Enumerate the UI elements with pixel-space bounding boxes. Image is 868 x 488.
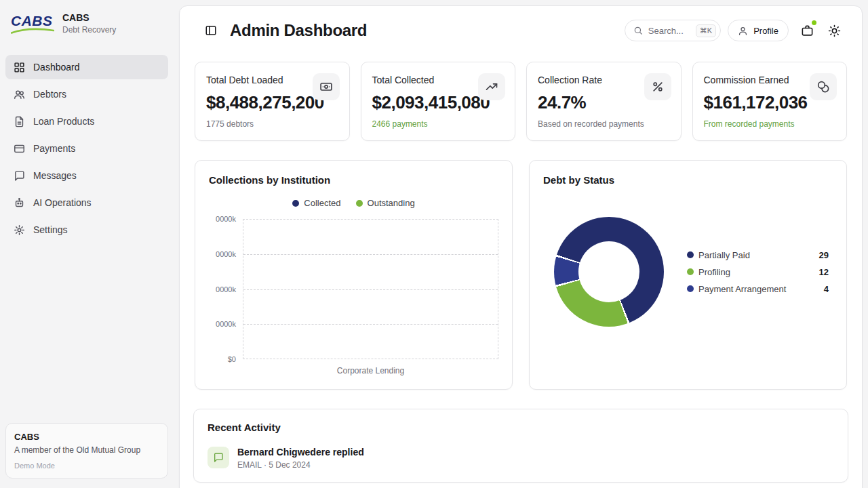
search-placeholder: Search... — [648, 26, 684, 36]
theme-toggle-button[interactable] — [823, 19, 846, 42]
user-icon — [738, 26, 748, 36]
footer-description: A member of the Old Mutual Group — [14, 445, 159, 456]
y-axis-tick-label: 0000k — [216, 250, 236, 258]
dashboard-icon — [14, 62, 25, 73]
gridline — [243, 254, 498, 255]
sidebar-item-dashboard[interactable]: Dashboard — [5, 55, 168, 79]
brand-name: CABS — [62, 12, 116, 23]
bot-icon — [14, 197, 25, 209]
charts-row: Collections by Institution CollectedOuts… — [193, 160, 848, 390]
sidebar-item-label: Settings — [33, 224, 68, 235]
stat-icon-box — [810, 73, 837, 100]
stat-card-total-debt-loaded: Total Debt Loaded$8,488,275,2001775 debt… — [195, 62, 350, 141]
stats-row: Total Debt Loaded$8,488,275,2001775 debt… — [193, 62, 848, 141]
activity-text: Bernard Chigwedere repliedEMAIL · 5 Dec … — [237, 447, 364, 470]
sidebar-item-loan-products[interactable]: Loan Products — [5, 109, 168, 134]
activity-list: Bernard Chigwedere repliedEMAIL · 5 Dec … — [208, 447, 834, 470]
message-square-icon — [213, 452, 224, 463]
legend-dot — [292, 200, 299, 207]
legend-dot — [356, 200, 363, 207]
y-axis-tick-label: 0000k — [216, 285, 236, 293]
cabs-logo: CABS — [11, 14, 54, 34]
activity-icon-box — [208, 447, 229, 468]
bar-chart-plot — [243, 219, 498, 359]
profile-button-label: Profile — [753, 26, 778, 36]
donut-legend-value: 4 — [824, 284, 829, 294]
topbar-actions: Search... ⌘K Profile — [625, 19, 846, 42]
legend-item-outstanding: Outstanding — [356, 198, 415, 208]
header-icon-buttons — [795, 19, 846, 42]
logo-swoosh-icon — [11, 28, 54, 34]
search-icon — [633, 26, 643, 35]
legend-label: Collected — [304, 198, 340, 208]
activity-item[interactable]: Bernard Chigwedere repliedEMAIL · 5 Dec … — [208, 447, 834, 470]
users-icon — [14, 89, 25, 100]
sidebar-footer-card: CABS A member of the Old Mutual Group De… — [5, 423, 168, 479]
x-axis-category-label: Corporate Lending — [243, 366, 498, 375]
legend-label: Outstanding — [368, 198, 415, 208]
notification-dot — [812, 20, 816, 25]
trending-up-icon — [485, 80, 498, 94]
bar-chart-legend: CollectedOutstanding — [209, 198, 498, 208]
sidebar: CABS CABS Debt Recovery DashboardDebtors… — [0, 0, 174, 488]
legend-dot — [687, 251, 694, 258]
apps-button[interactable] — [795, 19, 818, 42]
donut-legend: Partially Paid29Profiling12Payment Arran… — [687, 250, 829, 294]
profile-button[interactable]: Profile — [728, 20, 789, 41]
sidebar-item-ai-operations[interactable]: AI Operations — [5, 190, 168, 215]
topbar: Admin Dashboard Search... ⌘K Profile — [193, 17, 848, 44]
banknote-icon — [319, 80, 333, 94]
stat-icon-box — [313, 73, 340, 100]
main-area: Admin Dashboard Search... ⌘K Profile Tot… — [174, 0, 868, 488]
donut-legend-value: 12 — [819, 267, 829, 277]
search-shortcut-badge: ⌘K — [696, 24, 716, 37]
y-axis: 0000k0000k0000k0000k$0 — [209, 219, 243, 359]
gridline — [243, 324, 498, 325]
brand: CABS CABS Debt Recovery — [5, 11, 168, 35]
sidebar-item-debtors[interactable]: Debtors — [5, 82, 168, 106]
file-text-icon — [14, 116, 25, 127]
page-title: Admin Dashboard — [230, 21, 367, 40]
sidebar-item-label: Messages — [33, 170, 77, 181]
stat-icon-box — [644, 73, 671, 100]
footer-mode-label: Demo Mode — [14, 462, 159, 470]
plot-column: Corporate Lending — [243, 219, 498, 375]
sidebar-item-label: Debtors — [33, 89, 66, 100]
recent-activity-card: Recent Activity Bernard Chigwedere repli… — [193, 409, 848, 483]
sidebar-nav: DashboardDebtorsLoan ProductsPaymentsMes… — [5, 55, 168, 242]
donut-chart-wrap: Partially Paid29Profiling12Payment Arran… — [543, 217, 833, 327]
stat-subtext: 1775 debtors — [206, 119, 338, 129]
collections-chart-card: Collections by Institution CollectedOuts… — [195, 160, 513, 390]
sidebar-item-messages[interactable]: Messages — [5, 163, 168, 188]
legend-dot — [687, 268, 694, 275]
stat-subtext: From recorded payments — [704, 119, 836, 129]
settings-icon — [14, 224, 25, 236]
sidebar-item-label: Loan Products — [33, 116, 94, 127]
donut-legend-label: Profiling — [698, 267, 730, 277]
activity-meta: EMAIL · 5 Dec 2024 — [237, 460, 364, 470]
footer-title: CABS — [14, 432, 159, 442]
donut-legend-label: Partially Paid — [698, 250, 750, 260]
main-panel[interactable]: Admin Dashboard Search... ⌘K Profile Tot… — [179, 5, 863, 488]
sidebar-item-settings[interactable]: Settings — [5, 218, 168, 242]
panel-left-icon — [205, 24, 217, 37]
sidebar-item-payments[interactable]: Payments — [5, 136, 168, 161]
percent-icon — [651, 80, 665, 94]
sidebar-item-label: Dashboard — [33, 62, 80, 73]
brand-subtitle: Debt Recovery — [62, 25, 116, 35]
stat-subtext: Based on recorded payments — [538, 119, 670, 129]
gridline — [243, 289, 498, 290]
search-input[interactable]: Search... ⌘K — [625, 20, 721, 41]
stat-icon-box — [478, 73, 505, 100]
brand-text: CABS Debt Recovery — [62, 12, 116, 35]
debt-status-chart-card: Debt by Status Partially Paid29Profiling… — [529, 160, 847, 390]
sidebar-toggle-button[interactable] — [203, 22, 219, 39]
briefcase-icon — [801, 24, 814, 37]
y-axis-tick-label: $0 — [228, 355, 236, 363]
bar-chart: 0000k0000k0000k0000k$0 Corporate Lending — [209, 219, 498, 375]
donut-legend-item-profiling: Profiling12 — [687, 267, 829, 277]
legend-item-collected: Collected — [292, 198, 340, 208]
donut-legend-item-payment-arrangement: Payment Arrangement4 — [687, 284, 829, 294]
sidebar-item-label: AI Operations — [33, 197, 92, 208]
donut-chart — [554, 217, 664, 327]
